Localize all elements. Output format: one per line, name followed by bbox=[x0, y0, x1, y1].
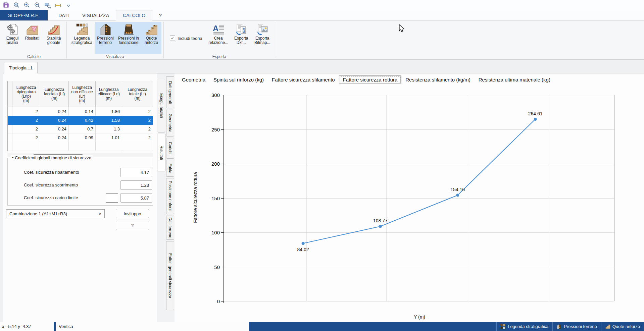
y-tick-label: 300 bbox=[204, 92, 220, 98]
inviluppo-button[interactable]: Inviluppo bbox=[116, 209, 149, 218]
toolbar-options-icon[interactable] bbox=[64, 1, 72, 9]
side-tab-dati-terreno[interactable]: Dati terreno bbox=[166, 216, 174, 240]
side-tab-esegui-analisi[interactable]: Esegui analisi bbox=[158, 79, 165, 132]
side-tab-posizione-rinforzi[interactable]: Posizione rinforzi bbox=[166, 178, 174, 214]
lengths-table: Lunghezza ripiegatura (Lrip) (m)Lunghezz… bbox=[7, 81, 153, 151]
table-cell[interactable]: 0.99 bbox=[69, 133, 96, 142]
chart-tab-5[interactable]: Resistenza sfilamento (kg/m) bbox=[401, 75, 474, 84]
mouse-cursor bbox=[399, 24, 405, 34]
column-header[interactable]: Lunghezza non efficace (Lr) (m) bbox=[69, 81, 96, 107]
combination-select[interactable]: Combinazione 1 (A1+M1+R3) ∨ bbox=[6, 209, 105, 218]
table-cell[interactable]: 2 bbox=[12, 125, 40, 133]
table-cell[interactable]: 2 bbox=[12, 133, 40, 142]
table-corner-cell bbox=[8, 81, 12, 107]
table-cell[interactable]: 0.24 bbox=[40, 116, 69, 125]
side-tab-dati-generali[interactable]: Dati generali bbox=[166, 76, 174, 108]
esporta-dxf-button[interactable]: DXF Esporta Dxf... bbox=[232, 22, 251, 54]
table-cell[interactable]: 0.42 bbox=[69, 116, 96, 125]
table-cell[interactable]: 1.3 bbox=[96, 125, 122, 133]
save-icon[interactable] bbox=[2, 1, 10, 9]
table-row[interactable]: 720.240.991.012 bbox=[8, 133, 153, 142]
table-row[interactable]: 420.240.141.862 bbox=[8, 107, 153, 116]
document-tab-tipologia[interactable]: Tipologia...1 bbox=[4, 62, 38, 73]
row-marker bbox=[8, 142, 12, 151]
column-header[interactable]: Lunghezza ripiegatura (Lrip) (m) bbox=[12, 81, 40, 107]
side-tab-falda[interactable]: Falda bbox=[166, 160, 174, 177]
stabilita-globale-button[interactable]: Stabilità globale bbox=[43, 22, 64, 54]
includi-teoria-checkbox[interactable]: ✓ Includi teoria bbox=[170, 36, 202, 41]
line-series bbox=[224, 95, 614, 301]
zoom-extents-icon[interactable] bbox=[12, 1, 20, 9]
checkbox-check-icon: ✓ bbox=[170, 36, 175, 41]
column-header[interactable]: Lunghezza totale (Lt) (m) bbox=[122, 81, 153, 107]
legenda-stratigrafica-button[interactable]: Legenda stratigrafica bbox=[69, 22, 95, 54]
table-row[interactable] bbox=[8, 142, 153, 151]
table-cell[interactable]: 2 bbox=[12, 107, 40, 116]
table-cell[interactable] bbox=[96, 142, 122, 151]
column-header[interactable]: Lunghezza facciata (Lf) (m) bbox=[40, 81, 69, 107]
table-cell[interactable]: 1.58 bbox=[96, 116, 122, 125]
table-cell[interactable]: 0.24 bbox=[40, 125, 69, 133]
tab-slope-mre[interactable]: SLOPE-M.R.E. bbox=[0, 10, 48, 20]
status-bar: x=-5.14 y=4.37 Verifica Legenda stratigr… bbox=[0, 322, 644, 331]
chart-tab-2[interactable]: Spinta sul rinforzo (kg) bbox=[209, 75, 268, 84]
table-cell[interactable] bbox=[12, 142, 40, 151]
side-tab-risultati[interactable]: Risultati bbox=[157, 134, 165, 171]
chart-tab-3[interactable]: Fattore sicurezza sfilamento bbox=[268, 75, 339, 84]
status-toggle-pressioni-terreno[interactable]: Pressioni terreno bbox=[552, 322, 601, 331]
coefficient-label: Coef. sicurezza carico limite bbox=[24, 195, 78, 200]
coefficient-value-field[interactable]: 5.87 bbox=[120, 193, 152, 203]
status-toggle-quote-rinforzo[interactable]: Quote rinforzo bbox=[601, 322, 644, 331]
table-cell[interactable]: 2 bbox=[122, 125, 153, 133]
crea-relazione-button[interactable]: A Crea relazione... bbox=[206, 22, 231, 54]
coefficient-value-field[interactable]: 1.23 bbox=[120, 180, 152, 190]
help-button[interactable]: ? bbox=[116, 221, 149, 230]
zoom-out-icon[interactable] bbox=[33, 1, 41, 9]
zoom-in-icon[interactable] bbox=[23, 1, 31, 9]
quick-access-toolbar bbox=[2, 1, 72, 9]
tab-calcolo[interactable]: CALCOLO bbox=[116, 10, 152, 21]
chart-tab-4[interactable]: Fattore sicurezza rottura bbox=[339, 75, 402, 84]
status-toggle-legenda-stratigrafica[interactable]: Legenda stratigrafica bbox=[496, 322, 552, 331]
side-tab-carichi[interactable]: Carichi bbox=[166, 138, 174, 159]
table-cell[interactable] bbox=[40, 142, 69, 151]
table-cell[interactable]: 2 bbox=[12, 116, 40, 125]
quote-rinforzo-button[interactable]: Quote rinforzo bbox=[141, 22, 161, 54]
table-cell[interactable] bbox=[122, 142, 153, 151]
coefficients-title: • Coefficienti globali margine di sicure… bbox=[10, 155, 93, 160]
table-row[interactable]: 520.240.421.582 bbox=[8, 116, 153, 125]
tab-dati[interactable]: DATI bbox=[52, 10, 76, 20]
measure-icon[interactable] bbox=[54, 1, 62, 9]
row-marker: 7 bbox=[8, 133, 12, 142]
chart-tab-6[interactable]: Resistenza ultima materiale (kg) bbox=[475, 75, 554, 84]
coefficient-value-field[interactable]: 4.17 bbox=[120, 168, 152, 177]
table-cell[interactable]: 1.01 bbox=[96, 133, 122, 142]
esporta-bitmap-button[interactable]: Esporta Bitmap... bbox=[252, 22, 273, 54]
tab-visualizza[interactable]: VISUALIZZA bbox=[76, 10, 116, 20]
table-cell[interactable]: 0.7 bbox=[69, 125, 96, 133]
zoom-window-icon[interactable] bbox=[44, 1, 52, 9]
table-cell[interactable]: 0.24 bbox=[40, 107, 69, 116]
table-body: 420.240.141.862520.240.421.582620.240.71… bbox=[8, 107, 153, 151]
y-tick-label: 100 bbox=[204, 230, 220, 235]
table-cell[interactable]: 0.24 bbox=[40, 133, 69, 142]
risultati-button[interactable]: Risultati bbox=[22, 22, 42, 54]
tab-help[interactable]: ? bbox=[152, 10, 168, 20]
table-cell[interactable]: 2 bbox=[122, 133, 153, 142]
pressioni-fondazione-button[interactable]: Pressioni in fondazione bbox=[116, 22, 141, 54]
coefficient-label: Coef. sicurezza scorrimento bbox=[24, 182, 78, 187]
table-cell[interactable] bbox=[69, 142, 96, 151]
table-cell[interactable]: 0.14 bbox=[69, 107, 96, 116]
table-cell[interactable]: 2 bbox=[122, 116, 153, 125]
side-tab-geometria[interactable]: Geometria bbox=[166, 110, 174, 136]
table-cell[interactable]: 2 bbox=[122, 107, 153, 116]
table-row[interactable]: 620.240.71.32 bbox=[8, 125, 153, 133]
esegui-analisi-button[interactable]: Esegui analisi bbox=[3, 22, 21, 54]
pressioni-terreno-button[interactable]: Pressioni terreno bbox=[95, 22, 116, 54]
row-marker: 4 bbox=[8, 107, 12, 116]
column-header[interactable]: Lunghezza efficace (Le) (m) bbox=[96, 81, 122, 107]
table-cell[interactable]: 1.86 bbox=[96, 107, 122, 116]
side-tab-fattori-generali-sicurezza[interactable]: Fattori generali sicurezza bbox=[166, 241, 174, 310]
chart-tab-1[interactable]: Geometria bbox=[178, 75, 209, 84]
coefficient-extra-box[interactable] bbox=[106, 193, 118, 203]
